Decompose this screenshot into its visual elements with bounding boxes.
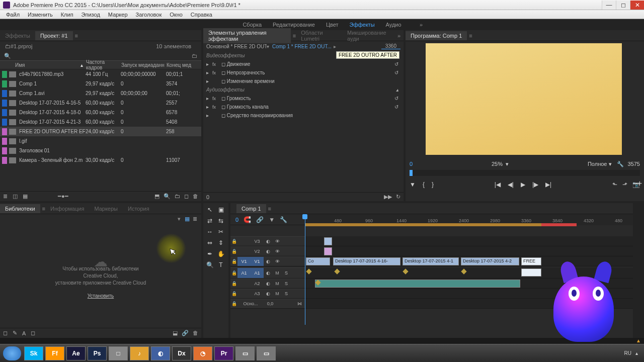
mark-out-icon[interactable]: } (432, 181, 434, 188)
lib-tab-1[interactable]: Информация (45, 204, 89, 213)
trash-icon[interactable]: 🗑 (193, 330, 198, 336)
razor-tool-icon[interactable]: ✂ (216, 227, 225, 236)
go-to-out-icon[interactable]: ▶| (545, 181, 551, 188)
project-item[interactable]: Desktop 17-07-2015 4-18-060,00 кадр/с065… (0, 108, 201, 117)
button-editor-icon[interactable]: + (637, 179, 642, 188)
rolling-edit-tool-icon[interactable]: ⇆ (216, 216, 225, 225)
loop-icon[interactable]: ↻ (396, 194, 400, 200)
ripple-edit-tool-icon[interactable]: ⇄ (205, 216, 214, 225)
new-bin-icon[interactable]: 🗀 (175, 193, 180, 200)
lib-tab-0[interactable]: Библиотеки (0, 204, 40, 213)
pen-tool-icon[interactable]: ✒ (205, 249, 214, 258)
track-select-tool-icon[interactable]: ▣ (216, 205, 225, 214)
timeline-timecode[interactable]: 0 (235, 217, 238, 223)
grid-view-icon[interactable]: ▦ (185, 216, 190, 222)
project-item[interactable]: FREE 2D OUTRO AFTER EFF24,00 кадр/с0258 (0, 127, 201, 136)
linked-selection-icon[interactable]: 🔗 (256, 216, 264, 223)
project-item[interactable]: Comp 129,97 кадр/с03574 (0, 79, 201, 88)
workspace-overflow-icon[interactable]: » (420, 22, 423, 28)
rate-stretch-tool-icon[interactable]: ↔ (205, 227, 214, 236)
taskbar-app[interactable]: ◔ (193, 346, 212, 360)
sequence-clip-name[interactable]: Comp 1 * FREE 2D OUT... (272, 44, 332, 49)
menu-Эпизод[interactable]: Эпизод (77, 11, 104, 18)
workspace-Аудио[interactable]: Аудио (386, 22, 401, 28)
warning-icon[interactable]: ▲ (636, 338, 641, 343)
freeform-view-icon[interactable]: ▦ (23, 193, 28, 200)
taskbar-app[interactable]: Sk (24, 346, 43, 360)
extract-icon[interactable]: ⬏ (622, 181, 627, 188)
play-icon[interactable]: ▶▶ (384, 194, 392, 200)
project-item[interactable]: Камера - Зеленый фон 2.m30,00 кадр/с0110… (0, 155, 201, 165)
selection-tool-icon[interactable]: ↖ (205, 205, 214, 214)
tray-arrow-icon[interactable]: ▴ (635, 350, 638, 356)
lib-tab-2[interactable]: Маркеры (89, 204, 123, 213)
clip-a1-outro[interactable] (521, 268, 541, 277)
lift-icon[interactable]: ⬑ (612, 181, 617, 188)
track-v2[interactable] (305, 246, 633, 256)
effect-row[interactable]: ▸◻ Изменение времени (203, 77, 404, 85)
type-tool-icon[interactable]: T (216, 260, 225, 269)
taskbar-app[interactable]: □ (109, 346, 128, 360)
effect-row[interactable]: ▸fx◻ Непрозрачность↺ (203, 68, 404, 77)
automate-sequence-icon[interactable]: ⬒ (154, 193, 159, 200)
lib-tab-3[interactable]: История (123, 204, 154, 213)
slip-tool-icon[interactable]: ⇔ (205, 238, 214, 247)
folder-icon[interactable]: 🗀 (192, 53, 197, 59)
work-area-bar[interactable] (305, 223, 541, 226)
project-item[interactable]: Заголовок 01 (0, 146, 201, 155)
add-marker-icon[interactable]: ▼ (410, 181, 416, 188)
timeline-playhead[interactable] (305, 214, 305, 325)
taskbar-app[interactable]: Ps (88, 346, 107, 360)
window-close-button[interactable]: ✕ (630, 1, 644, 10)
menu-Маркер[interactable]: Маркер (104, 11, 132, 18)
menu-Заголовок[interactable]: Заголовок (132, 11, 166, 18)
taskbar-app[interactable]: ◐ (151, 346, 170, 360)
effect-row[interactable]: ▸◻ Средство панорамирования (203, 111, 404, 120)
taskbar-app[interactable]: Ff (45, 346, 64, 360)
taskbar-app[interactable]: Dx (172, 346, 191, 360)
project-item[interactable]: Comp 1.avi29,97 кадр/с00;00;00;0000;01; (0, 88, 201, 98)
workspace-Сборка[interactable]: Сборка (243, 22, 262, 28)
install-link[interactable]: Установить (0, 293, 201, 300)
playback-quality[interactable]: Полное (588, 161, 607, 167)
taskbar-app[interactable]: ▭ (235, 346, 255, 360)
language-indicator[interactable]: RU (624, 350, 631, 356)
go-to-in-icon[interactable]: |◀ (495, 181, 501, 188)
effect-section[interactable]: Аудиоэффекты▴ (203, 85, 404, 94)
workspace-Редактирование[interactable]: Редактирование (273, 22, 315, 28)
effects-presets-tab[interactable]: Эффекты (0, 31, 35, 40)
start-button[interactable] (3, 346, 21, 360)
project-tab[interactable]: Проект: #1 (35, 31, 73, 40)
effect-timecode[interactable]: 3360 (381, 43, 400, 49)
sequence-tab[interactable]: Comp 1 (236, 204, 266, 213)
mark-in-icon[interactable]: { (423, 181, 425, 188)
window-maximize-button[interactable]: ◻ (616, 1, 630, 10)
menu-Файл[interactable]: Файл (2, 11, 24, 18)
taskbar-app[interactable]: Ae (66, 346, 86, 360)
window-minimize-button[interactable]: — (602, 1, 616, 10)
panel-menu-icon[interactable]: ≡ (75, 33, 78, 39)
slide-tool-icon[interactable]: ⇕ (216, 238, 225, 247)
workspace-Цвет[interactable]: Цвет (326, 22, 339, 28)
taskbar-app[interactable]: Pr (214, 346, 233, 360)
taskbar-app[interactable]: ▭ (257, 346, 276, 360)
menu-Окно[interactable]: Окно (166, 11, 187, 18)
overflow-icon[interactable]: » (397, 33, 400, 39)
find-icon[interactable]: 🔍 (164, 193, 171, 200)
project-item[interactable]: Desktop 17-07-2015 4-16-560,00 кадр/с025… (0, 98, 201, 108)
clip-v2[interactable] (324, 247, 332, 255)
program-playhead[interactable] (410, 170, 413, 176)
clip-desktop-3[interactable]: Desktop 17-07-2015 4-2 (461, 257, 519, 265)
list-view-icon[interactable]: ≣ (193, 216, 197, 222)
new-item-icon[interactable]: ◻ (184, 193, 189, 200)
search-icon[interactable]: 🔍 (4, 53, 11, 59)
hand-tool-icon[interactable]: ✋ (216, 249, 225, 258)
project-item[interactable]: l.gif (0, 136, 201, 146)
menu-Изменить[interactable]: Изменить (24, 11, 57, 18)
zoom-tool-icon[interactable]: 🔍 (205, 260, 214, 269)
clip-comp1[interactable]: Co (306, 257, 330, 265)
clip-desktop-1[interactable]: Desktop 17-07-2015 4-16- (333, 257, 400, 265)
list-view-icon[interactable]: ≣ (3, 193, 8, 200)
trash-icon[interactable]: 🗑 (193, 193, 198, 200)
effect-controls-tab[interactable]: Элементы управления эффектами (203, 28, 291, 43)
